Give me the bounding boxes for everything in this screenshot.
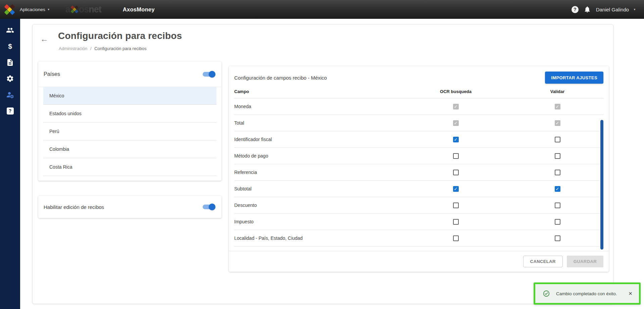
field-row-subtotal: Subtotal bbox=[234, 181, 603, 197]
field-label: Total bbox=[234, 120, 400, 126]
sidebar-item-settings[interactable] bbox=[0, 71, 20, 87]
field-label: Moneda bbox=[234, 104, 400, 109]
validar-checkbox[interactable] bbox=[555, 186, 560, 192]
field-row-total: Total bbox=[234, 115, 603, 131]
country-label: México bbox=[49, 93, 64, 98]
country-label: Perú bbox=[49, 129, 59, 134]
breadcrumb-current: Configuración para recibos bbox=[94, 46, 146, 51]
column-header-campo: Campo bbox=[234, 89, 400, 94]
toggle-knob bbox=[209, 204, 215, 210]
countries-toggle[interactable] bbox=[202, 71, 215, 78]
validar-checkbox[interactable] bbox=[555, 153, 560, 159]
field-label: Descuento bbox=[234, 203, 400, 208]
cancel-button[interactable]: CANCELAR bbox=[523, 256, 563, 267]
country-item-colombia[interactable]: Colombia bbox=[43, 140, 216, 158]
sidebar-item-money[interactable]: $ bbox=[0, 38, 20, 54]
document-icon bbox=[6, 58, 14, 67]
back-arrow-icon[interactable]: ← bbox=[40, 35, 49, 43]
fields-card-header: Configuración de campos recibo - México … bbox=[229, 66, 609, 85]
watermark-os: os bbox=[79, 4, 89, 15]
countries-card-title: Países bbox=[44, 71, 60, 77]
import-settings-button[interactable]: IMPORTAR AJUSTES bbox=[545, 72, 603, 84]
user-name: Daniel Galindo bbox=[596, 7, 629, 12]
ocr-checkbox[interactable] bbox=[453, 219, 459, 225]
dollar-icon: $ bbox=[8, 42, 12, 50]
app-title: AxosMoney bbox=[123, 6, 155, 13]
chevron-down-icon: ▼ bbox=[633, 8, 636, 11]
ocr-checkbox[interactable] bbox=[453, 137, 459, 142]
field-row-identificador-fiscal: Identificador fiscal bbox=[234, 131, 603, 148]
success-toast: Cambio completado con éxito. × bbox=[534, 282, 641, 305]
sidebar-item-documents[interactable] bbox=[0, 54, 20, 71]
user-admin-icon bbox=[6, 91, 14, 99]
user-menu[interactable]: Daniel Galindo ▼ bbox=[596, 7, 636, 12]
watermark-net: net bbox=[89, 4, 101, 15]
breadcrumb: Administración / Configuración para reci… bbox=[59, 46, 147, 51]
fields-config-card: Configuración de campos recibo - México … bbox=[229, 66, 609, 272]
country-item-estados-unidos[interactable]: Estados unidos bbox=[43, 105, 216, 123]
aplicaciones-label: Aplicaciones bbox=[20, 7, 45, 12]
settings-gear-icon bbox=[6, 75, 14, 83]
ocr-checkbox bbox=[453, 104, 459, 109]
help-icon: ? bbox=[7, 107, 14, 115]
chevron-down-icon: ▼ bbox=[47, 8, 50, 11]
axosnet-brand-watermark: a os net bbox=[65, 4, 101, 15]
left-sidebar: $ ? bbox=[0, 19, 20, 309]
ocr-checkbox[interactable] bbox=[453, 186, 459, 192]
breadcrumb-separator: / bbox=[90, 46, 92, 51]
field-label: Método de pago bbox=[234, 153, 400, 159]
fields-card-footer: CANCELAR GUARDAR bbox=[229, 251, 609, 272]
country-label: Colombia bbox=[49, 146, 69, 152]
field-label: Impuesto bbox=[234, 219, 400, 224]
enable-edit-card: Habilitar edición de recibos bbox=[38, 196, 221, 218]
enable-edit-label: Habilitar edición de recibos bbox=[44, 204, 104, 210]
breadcrumb-parent[interactable]: Administración bbox=[59, 46, 87, 51]
axosnet-logo-icon[interactable] bbox=[4, 4, 15, 15]
enable-edit-toggle[interactable] bbox=[202, 204, 215, 210]
sidebar-item-help[interactable]: ? bbox=[0, 103, 20, 119]
sidebar-item-user-admin[interactable] bbox=[0, 87, 20, 103]
table-scrollbar[interactable] bbox=[600, 120, 603, 250]
country-label: Costa Rica bbox=[49, 164, 72, 170]
fields-table-header: Campo OCR busqueda Validar bbox=[234, 85, 603, 98]
aplicaciones-menu[interactable]: Aplicaciones ▼ bbox=[20, 7, 50, 12]
help-icon[interactable]: ? bbox=[572, 6, 579, 13]
validar-checkbox[interactable] bbox=[555, 170, 560, 175]
ocr-checkbox[interactable] bbox=[453, 235, 459, 241]
country-item-peru[interactable]: Perú bbox=[43, 123, 216, 140]
save-button: GUARDAR bbox=[567, 256, 603, 267]
country-item-mexico[interactable]: México bbox=[43, 87, 216, 105]
top-navbar: Aplicaciones ▼ a os net AxosMoney ? bbox=[0, 0, 644, 19]
validar-checkbox bbox=[555, 104, 560, 109]
ocr-checkbox bbox=[453, 120, 459, 126]
navbar-right: ? Daniel Galindo ▼ bbox=[572, 6, 644, 13]
validar-checkbox[interactable] bbox=[555, 219, 560, 225]
notifications-bell-icon[interactable] bbox=[584, 6, 591, 13]
field-row-metodo-de-pago: Método de pago bbox=[234, 148, 603, 164]
countries-card-header: Países bbox=[38, 61, 221, 87]
country-list: México Estados unidos Perú Colombia Cost… bbox=[38, 87, 221, 181]
countries-card: Países México Estados unidos Perú Colomb… bbox=[38, 61, 221, 181]
field-row-referencia: Referencia bbox=[234, 164, 603, 181]
validar-checkbox[interactable] bbox=[555, 235, 560, 241]
users-group-icon bbox=[6, 26, 14, 34]
page-title: Configuración para recibos bbox=[58, 31, 182, 41]
ocr-checkbox[interactable] bbox=[453, 170, 459, 175]
field-label: Referencia bbox=[234, 170, 400, 175]
validar-checkbox[interactable] bbox=[555, 137, 560, 142]
main-content: ← Configuración para recibos Administrac… bbox=[32, 24, 613, 304]
validar-checkbox[interactable] bbox=[555, 203, 560, 208]
toast-message: Cambio completado con éxito. bbox=[556, 291, 617, 296]
close-icon[interactable]: × bbox=[627, 289, 634, 298]
field-label: Subtotal bbox=[234, 186, 400, 191]
sidebar-item-users[interactable] bbox=[0, 22, 20, 38]
ocr-checkbox[interactable] bbox=[453, 203, 459, 208]
field-label: Localidad - País, Estado, Ciudad bbox=[234, 235, 400, 241]
field-row-moneda: Moneda bbox=[234, 98, 603, 115]
country-item-costa-rica[interactable]: Costa Rica bbox=[43, 158, 216, 176]
country-label: Estados unidos bbox=[49, 111, 82, 116]
field-row-impuesto: Impuesto bbox=[234, 214, 603, 230]
ocr-checkbox[interactable] bbox=[453, 153, 459, 159]
watermark-x-icon bbox=[70, 5, 79, 13]
field-row-localidad: Localidad - País, Estado, Ciudad bbox=[234, 230, 603, 247]
